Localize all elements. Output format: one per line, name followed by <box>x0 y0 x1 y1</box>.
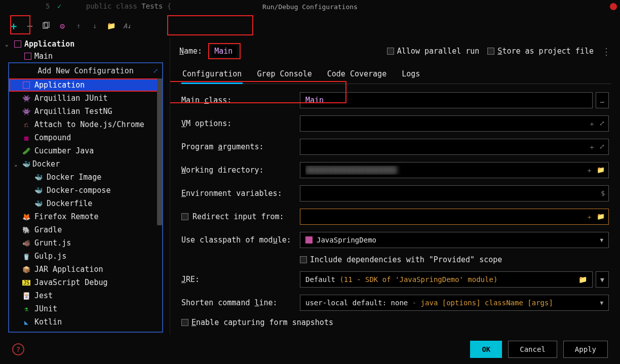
popup-item-cucumber-java[interactable]: 🥒Cucumber Java <box>9 144 162 157</box>
sort-az-icon[interactable]: A↓ <box>123 21 132 30</box>
working-directory-input[interactable] <box>300 162 609 178</box>
apply-button[interactable]: Apply <box>563 341 608 358</box>
popup-item-label: Jest <box>34 291 53 300</box>
browse-folder-icon[interactable]: 📁 <box>597 213 605 222</box>
popup-item-junit[interactable]: ⚗JUnit <box>9 302 162 315</box>
popup-item-dockerfile[interactable]: 🐳Dockerfile <box>9 197 162 210</box>
browse-button[interactable]: … <box>596 92 609 108</box>
popup-item-label: Kotlin script <box>34 331 94 332</box>
popup-item-application[interactable]: Application <box>9 78 162 92</box>
add-macro-icon[interactable]: ＋ <box>589 143 595 152</box>
popup-item-jest[interactable]: 🃏Jest <box>9 289 162 302</box>
add-macro-icon[interactable]: ＋ <box>586 166 593 175</box>
remove-icon[interactable]: − <box>25 21 34 30</box>
compound-icon: ▦ <box>22 134 30 142</box>
popup-item-gulp-js[interactable]: 🥤Gulp.js <box>9 250 162 263</box>
dollar-icon[interactable]: $ <box>601 189 605 197</box>
popup-item-arquillian-testng[interactable]: 👾Arquillian TestNG <box>9 105 162 118</box>
add-macro-icon[interactable]: ＋ <box>589 119 595 129</box>
help-icon[interactable]: ? <box>12 343 24 355</box>
popup-item-compound[interactable]: ▦Compound <box>9 131 162 144</box>
main-class-input[interactable] <box>300 92 593 108</box>
popup-item-label: Arquillian TestNG <box>34 107 112 116</box>
add-icon[interactable]: ＋ <box>9 21 18 30</box>
popup-item-docker-compose[interactable]: 🐳Docker-compose <box>9 184 162 197</box>
popup-item-gradle[interactable]: 🐘Gradle <box>9 223 162 236</box>
enable-snapshots-checkbox[interactable]: Enable capturing form snapshots <box>181 318 333 327</box>
expand-icon[interactable]: ⤢ <box>599 143 605 152</box>
redirect-input-label: Redirect input from: <box>181 212 294 221</box>
tree-label: Main <box>34 52 53 61</box>
docker-icon: 🐳 <box>34 199 43 208</box>
junit-icon: ⚗ <box>22 305 30 313</box>
program-arguments-input[interactable] <box>300 139 609 155</box>
gulp-icon: 🥤 <box>22 252 30 260</box>
more-options-icon[interactable]: ⋮ <box>602 46 611 57</box>
classpath-module-dropdown[interactable]: JavaSpringDemo ▼ <box>300 232 609 248</box>
add-configuration-popup: Add New Configuration ⤢ Application👾Arqu… <box>8 62 163 333</box>
popup-item-docker-image[interactable]: 🐳Docker Image <box>9 171 162 184</box>
expand-icon[interactable]: ⤢ <box>153 67 158 74</box>
shorten-cmd-label: Shorten command line: <box>181 298 294 307</box>
include-provided-checkbox[interactable]: Include dependencies with "Provided" sco… <box>300 255 502 264</box>
popup-item-docker[interactable]: ⌄🐳Docker <box>9 157 162 171</box>
browse-folder-icon[interactable]: 📁 <box>597 166 605 175</box>
checkbox-icon <box>487 48 494 55</box>
tree-item-main[interactable]: Main <box>2 50 168 62</box>
env-variables-input[interactable] <box>300 185 609 201</box>
window-close-button[interactable] <box>610 3 617 10</box>
popup-item-javascript-debug[interactable]: JSJavaScript Debug <box>9 276 162 289</box>
vm-options-label: VM options: <box>181 119 294 128</box>
tab-configuration[interactable]: Configuration <box>181 66 243 84</box>
arrow-down-icon[interactable]: ↓ <box>90 21 99 30</box>
browse-folder-icon[interactable]: 📁 <box>578 275 587 284</box>
tab-code-coverage[interactable]: Code Coverage <box>326 66 388 84</box>
vm-options-input[interactable] <box>300 115 609 132</box>
popup-item-attach-to-node-js-chrome[interactable]: ⎌Attach to Node.js/Chrome <box>9 118 162 131</box>
popup-item-jar-application[interactable]: 📦JAR Application <box>9 263 162 276</box>
module-icon <box>305 236 313 244</box>
popup-item-label: Docker-compose <box>47 186 110 195</box>
redirect-input-input[interactable] <box>300 209 609 225</box>
scrollbar[interactable] <box>157 78 162 225</box>
arrow-up-icon[interactable]: ↑ <box>74 21 83 30</box>
tab-logs[interactable]: Logs <box>401 66 421 84</box>
popup-item-firefox-remote[interactable]: 🦊Firefox Remote <box>9 210 162 223</box>
popup-item-label: Docker <box>32 159 60 169</box>
popup-item-label: Application <box>34 80 85 90</box>
docker-icon: 🐳 <box>22 160 30 168</box>
checkbox-icon[interactable] <box>181 213 188 220</box>
firefox-icon: 🦊 <box>22 213 30 221</box>
grunt-icon: 🐗 <box>22 239 30 247</box>
chevron-down-icon: ⌄ <box>5 41 11 48</box>
configurations-tree: ⌄ Application Main Add New Configuration… <box>0 38 170 338</box>
expand-icon[interactable]: ⤢ <box>599 119 605 129</box>
shorten-cmd-dropdown[interactable]: user-local default: none - java [options… <box>300 295 609 311</box>
ok-button[interactable]: OK <box>470 341 502 358</box>
popup-item-grunt-js[interactable]: 🐗Grunt.js <box>9 236 162 250</box>
jre-dropdown[interactable]: Default (11 - SDK of 'JavaSpringDemo' mo… <box>300 271 593 288</box>
cancel-button[interactable]: Cancel <box>508 341 557 358</box>
classpath-label: Use classpath of module: <box>181 235 294 245</box>
popup-item-kotlin-script[interactable]: ◣Kotlin script <box>9 329 162 332</box>
popup-item-label: Cucumber Java <box>34 146 94 155</box>
popup-item-arquillian-junit[interactable]: 👾Arquillian JUnit <box>9 92 162 105</box>
jest-icon: 🃏 <box>22 292 30 300</box>
copy-icon[interactable] <box>42 21 51 30</box>
popup-item-kotlin[interactable]: ◣Kotlin <box>9 315 162 329</box>
add-macro-icon[interactable]: ＋ <box>586 213 593 222</box>
tabs: Configuration Grep Console Code Coverage… <box>179 66 611 84</box>
tab-grep-console[interactable]: Grep Console <box>256 66 313 84</box>
popup-item-label: Gradle <box>34 225 62 234</box>
folder-icon[interactable]: 📁 <box>106 21 115 30</box>
checkbox-icon <box>181 319 188 326</box>
popup-item-label: JAR Application <box>34 265 103 274</box>
jre-label: JRE: <box>181 275 294 284</box>
name-input[interactable] <box>212 46 237 57</box>
jre-chevron-button[interactable]: ▼ <box>596 271 609 288</box>
tree-root-application[interactable]: ⌄ Application <box>2 38 168 50</box>
store-project-file-checkbox[interactable]: Store as project file <box>487 47 594 56</box>
allow-parallel-checkbox[interactable]: Allow parallel run <box>387 47 480 56</box>
gear-icon[interactable]: ⚙ <box>58 21 67 30</box>
popup-item-label: Attach to Node.js/Chrome <box>34 120 144 129</box>
